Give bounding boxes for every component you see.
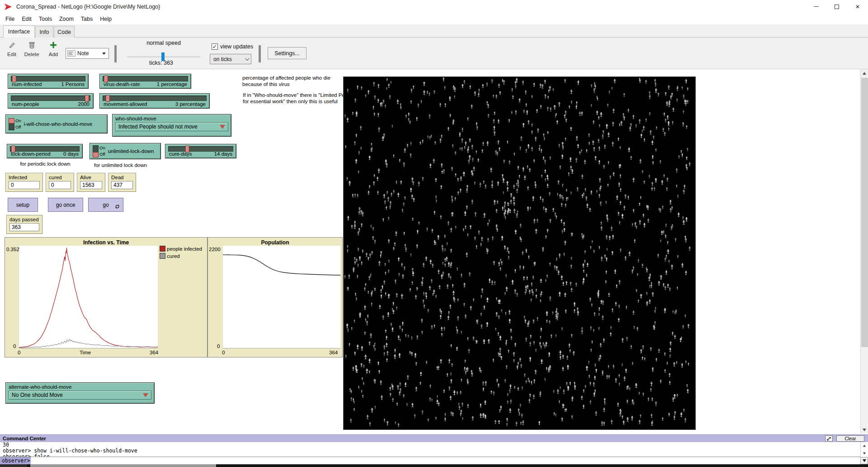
chooser-label: alternate-who-should-move [9, 384, 151, 390]
tab-interface[interactable]: Interface [3, 25, 35, 38]
slider-track[interactable] [11, 95, 90, 101]
slider-track[interactable] [103, 95, 207, 101]
minimize-button[interactable] [806, 0, 826, 13]
command-center-header[interactable]: Command Center Clear [0, 434, 868, 442]
command-output[interactable]: 30 observer> show i-will-chose-who-shoul… [0, 442, 860, 457]
tab-code[interactable]: Code [54, 26, 75, 38]
maximize-icon [835, 5, 839, 9]
slider-num-infected[interactable]: num-infected1 Persons [8, 74, 89, 89]
title-bar: Corona_Spread - NetLogo {H:\Google Drive… [0, 0, 868, 13]
slider-thumb[interactable] [85, 95, 89, 102]
switch-thumb[interactable] [9, 118, 14, 124]
command-input-row[interactable]: observer> [0, 457, 860, 464]
slider-num-people[interactable]: num-people2000 [8, 93, 94, 109]
vertical-scrollbar[interactable] [860, 69, 868, 434]
netlogo-logo-icon [4, 3, 13, 10]
slider-cure-days[interactable]: cure-days14 days [165, 144, 236, 158]
clear-button[interactable]: Clear [836, 435, 864, 442]
slider-label: movement-allowed [104, 101, 147, 107]
chevron-down-icon [245, 56, 250, 61]
ticks-counter: ticks: 363 [149, 60, 173, 66]
x-axis-label: Time [80, 350, 91, 355]
menu-tools[interactable]: Tools [35, 14, 56, 24]
toolbar-separator [114, 45, 117, 62]
note-unlimited-lockdown: for unlimited lock down [94, 162, 147, 168]
slider-label: cure-days [169, 151, 192, 157]
switch-toggle[interactable] [93, 145, 99, 157]
delete-button[interactable]: Delete [23, 41, 41, 65]
view-updates-checkbox[interactable]: ✓ view updates [212, 43, 253, 50]
output-scrollbar[interactable] [860, 442, 868, 457]
x-min-label: 0 [222, 350, 225, 355]
menu-edit[interactable]: Edit [18, 14, 35, 24]
slider-virus-death-rate[interactable]: virus-death-rate1 percentage [99, 74, 191, 89]
slider-value: 2000 [78, 101, 90, 107]
speed-slider-label: normal speed [127, 40, 200, 46]
world-view [343, 76, 696, 430]
chooser-who-should-move[interactable]: who-should-move Infected People should n… [112, 114, 231, 137]
menu-zoom[interactable]: Zoom [56, 14, 77, 24]
agents-canvas [344, 77, 695, 429]
menu-tabs[interactable]: Tabs [77, 14, 96, 24]
switch-thumb[interactable] [93, 152, 99, 157]
plot-canvas [222, 246, 340, 348]
legend-swatch-red [160, 246, 165, 252]
go-button[interactable]: go [88, 198, 123, 212]
horizontal-scrollbar-thumb[interactable] [30, 464, 216, 467]
maximize-button[interactable] [826, 0, 847, 13]
monitor-days-passed: days passed363 [6, 215, 42, 234]
command-input-field[interactable] [31, 457, 860, 464]
go-once-button[interactable]: go once [48, 198, 83, 212]
output-scroll-up[interactable] [861, 443, 868, 449]
export-output-button[interactable] [825, 435, 833, 442]
edit-label: Edit [7, 52, 16, 57]
tab-info[interactable]: Info [35, 26, 53, 38]
tick-mode-select[interactable]: on ticks [210, 54, 251, 64]
chooser-alternate-who-should-move[interactable]: alternate-who-should-move No One should … [5, 382, 155, 404]
slider-thumb[interactable] [106, 95, 110, 102]
output-line-clipped: observer> false [0, 454, 860, 457]
chooser-dropdown[interactable]: Infected People should not move [115, 122, 228, 131]
on-label: On [15, 118, 21, 124]
note-death-rate: percentage of affected people who diebec… [242, 75, 330, 88]
scroll-up-icon [863, 445, 866, 447]
y-max-label: 0.352 [6, 247, 19, 252]
menu-help[interactable]: Help [96, 14, 115, 24]
slider-label: num-people [12, 101, 39, 107]
dropdown-arrow-icon [863, 459, 866, 462]
switch-toggle[interactable] [9, 118, 14, 130]
add-button[interactable]: Add [44, 41, 62, 65]
command-center-title: Command Center [3, 436, 46, 441]
note-movement: If in "Who-should-move" there is "Limite… [243, 92, 354, 105]
monitor-alive: Alive1563 [77, 173, 105, 192]
plus-icon [49, 41, 57, 49]
scroll-down-button[interactable] [861, 426, 868, 434]
slider-movement-allowed[interactable]: movement-allowed3 percentage [99, 93, 210, 109]
slider-track[interactable] [11, 76, 85, 81]
widget-type-dropdown[interactable]: Note [66, 48, 109, 59]
red-dropdown-arrow-icon [220, 125, 225, 129]
monitor-cured: cured0 [46, 173, 74, 192]
scroll-up-button[interactable] [861, 69, 868, 77]
slider-lock-down-period[interactable]: lock-down-period0 days [7, 144, 83, 158]
menu-file[interactable]: File [2, 14, 18, 24]
chooser-dropdown[interactable]: No One should Move [9, 391, 151, 400]
x-max-label: 364 [329, 350, 338, 355]
switch-i-will-chose-who-should-move[interactable]: OnOff i-will-chose-who-should-move [5, 114, 108, 133]
slider-value: 3 percentage [175, 101, 206, 107]
close-button[interactable]: ✕ [847, 0, 868, 13]
scrollbar-thumb[interactable] [861, 78, 868, 347]
edit-button[interactable]: Edit [3, 41, 21, 65]
dropdown-arrow-icon [102, 52, 106, 55]
output-scroll-down[interactable] [861, 450, 868, 457]
switch-label: i-will-chose-who-should-move [24, 121, 92, 127]
slider-track[interactable] [103, 76, 188, 81]
legend-swatch-gray [160, 253, 165, 259]
setup-button[interactable]: setup [8, 198, 38, 212]
history-dropdown-button[interactable] [860, 457, 868, 464]
slider-value: 0 days [63, 151, 79, 157]
horizontal-scrollbar[interactable] [0, 464, 868, 467]
switch-unlimited-lock-down[interactable]: OnOff unlimited-lock-down [90, 143, 161, 159]
settings-button[interactable]: Settings... [268, 47, 307, 59]
tab-strip: Interface Info Code [0, 24, 868, 38]
